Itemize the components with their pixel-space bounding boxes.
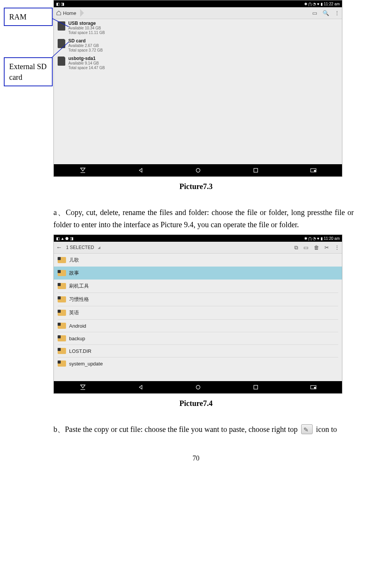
status-bar: ◧ ◨ ✱ ⋂ ◔ ♥ ▮ 11:22 am (54, 0, 342, 7)
storage-list: USB storage Available 10.34 GB Total spa… (54, 19, 342, 164)
paragraph-a: a、Copy, cut, delete, rename the files an… (53, 206, 354, 231)
folder-icon (58, 296, 66, 302)
screenshot-storage: ◧ ◨ ✱ ⋂ ◔ ♥ ▮ 11:22 am Home ▭ 🔍 ⋮ USB st… (53, 0, 342, 177)
folder-name: system_update (69, 361, 103, 367)
nav-collapse-icon[interactable] (80, 384, 86, 390)
folder-row[interactable]: 故事 (54, 267, 342, 280)
nav-home-icon[interactable] (195, 384, 201, 390)
figure-caption-2: Picture7.4 (0, 399, 392, 408)
svg-rect-9 (254, 385, 258, 389)
nav-recent-icon[interactable] (253, 384, 259, 390)
folder-name: backup (69, 336, 85, 341)
status-bar: ◧ ▲ ⬟ ◨ ✱ ⋂ ◔ ♥ ▮ 11:20 am (54, 235, 342, 242)
folder-icon (58, 360, 66, 367)
svg-point-8 (196, 385, 200, 389)
nav-bar (54, 164, 342, 176)
screenshot-folder-select: ◧ ▲ ⬟ ◨ ✱ ⋂ ◔ ♥ ▮ 11:20 am ← 1 SELECTED … (53, 234, 342, 394)
paragraph-b-pre: b、Paste the copy or cut file: choose the… (53, 425, 300, 433)
selection-bar: ← 1 SELECTED ◢ ⧉ ▭ 🗑 ✂ ⋮ (54, 242, 342, 254)
folder-row[interactable]: system_update (54, 357, 342, 370)
folder-row[interactable]: 刷机工具 (54, 280, 342, 293)
storage-item-usb[interactable]: USB storage Available 10.34 GB Total spa… (54, 19, 342, 37)
nav-back-icon[interactable] (137, 384, 144, 390)
copy-icon[interactable]: ⧉ (294, 244, 298, 251)
nav-back-icon[interactable] (137, 167, 144, 173)
page-number: 70 (0, 454, 392, 462)
folder-icon (58, 335, 66, 341)
folder-name: 儿歌 (69, 257, 79, 263)
folder-name: Android (69, 323, 86, 329)
folder-row[interactable]: Android (54, 320, 342, 332)
nav-collapse-icon[interactable] (80, 167, 86, 173)
callout-external-sd: External SD card (4, 57, 53, 86)
folder-list: 儿歌故事刷机工具习惯性格英语AndroidbackupLOST.DIRsyste… (54, 254, 342, 381)
more-icon[interactable]: ⋮ (334, 10, 340, 16)
folder-name: 故事 (69, 270, 79, 276)
svg-rect-4 (254, 168, 258, 172)
layout-icon[interactable]: ▭ (312, 10, 317, 16)
nav-screenshot-icon[interactable] (310, 384, 316, 390)
paragraph-b: b、Paste the copy or cut file: choose the… (53, 423, 354, 435)
paste-icon[interactable]: ▭ (303, 244, 308, 251)
cut-icon[interactable]: ✂ (324, 244, 329, 251)
paragraph-b-post: icon to (316, 425, 337, 433)
svg-point-3 (196, 168, 200, 172)
storage-item-usbotg[interactable]: usbotg-sda1 Available 9.14 GB Total spac… (54, 54, 342, 72)
back-icon[interactable]: ← (56, 244, 62, 251)
status-left: ◧ ▲ ⬟ ◨ (56, 236, 73, 241)
search-icon[interactable]: 🔍 (323, 10, 329, 16)
chevron-right-icon (78, 9, 84, 17)
folder-icon (58, 310, 66, 316)
storage-total: Total space 14.47 GB (68, 66, 105, 70)
more-icon[interactable]: ⋮ (334, 244, 340, 251)
folder-name: 习惯性格 (69, 296, 89, 303)
svg-rect-6 (314, 170, 315, 171)
app-bar: Home ▭ 🔍 ⋮ (54, 7, 342, 19)
storage-item-sdcard[interactable]: SD card Available 2.67 GB Total space 3.… (54, 37, 342, 54)
figure-caption-1: Picture7.3 (0, 182, 392, 191)
nav-recent-icon[interactable] (253, 167, 259, 173)
selected-count: 1 SELECTED (66, 245, 94, 250)
folder-icon (58, 257, 66, 263)
folder-icon (58, 348, 66, 354)
folder-icon (58, 283, 66, 289)
callout-ram: RAM (4, 8, 53, 26)
dropdown-icon[interactable]: ◢ (98, 246, 100, 249)
nav-screenshot-icon[interactable] (310, 167, 316, 173)
status-right: ✱ ⋂ ◔ ♥ ▮ 11:22 am (304, 2, 340, 6)
folder-name: 英语 (69, 309, 79, 316)
status-left: ◧ ◨ (56, 2, 64, 6)
delete-icon[interactable]: 🗑 (314, 244, 319, 251)
folder-row[interactable]: 习惯性格 (54, 293, 342, 306)
status-right: ✱ ⋂ ◔ ♥ ▮ 11:20 am (304, 236, 340, 241)
folder-name: 刷机工具 (69, 283, 89, 289)
folder-icon (58, 323, 66, 329)
svg-rect-11 (314, 387, 315, 388)
folder-icon (58, 270, 66, 276)
folder-name: LOST.DIR (69, 348, 92, 354)
folder-row[interactable]: LOST.DIR (54, 345, 342, 357)
edit-icon (301, 424, 313, 434)
folder-row[interactable]: 儿歌 (54, 254, 342, 267)
nav-home-icon[interactable] (195, 167, 201, 173)
folder-row[interactable]: backup (54, 332, 342, 344)
folder-row[interactable]: 英语 (54, 306, 342, 319)
storage-total: Total space 11.11 GB (68, 31, 105, 35)
nav-bar (54, 381, 342, 393)
